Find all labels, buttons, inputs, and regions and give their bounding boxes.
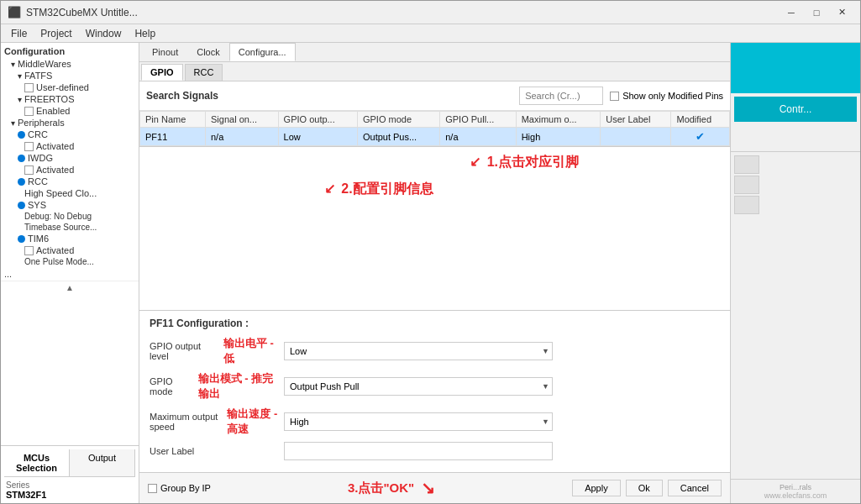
middlewares-label: MiddleWares xyxy=(18,59,71,69)
sys-label: SYS xyxy=(28,200,46,210)
enabled-checkbox[interactable] xyxy=(24,107,34,116)
search-signals-label: Search Signals xyxy=(146,90,218,102)
config-label-output-level: GPIO output level 输出电平 - 低 xyxy=(150,336,284,366)
far-right-middle xyxy=(731,152,860,479)
apply-button[interactable]: Apply xyxy=(572,480,621,496)
enabled-item[interactable]: Enabled xyxy=(1,105,139,117)
far-right-panel: Contr... Peri...rals www.elecfans.com xyxy=(730,43,860,503)
th-gpio-pull: GPIO Pull... xyxy=(440,112,516,128)
sys-item: SYS xyxy=(1,199,139,211)
maximize-button[interactable]: □ xyxy=(805,4,828,21)
tab-mcus-selection[interactable]: MCUs Selection xyxy=(4,449,70,476)
gpio-mode-select[interactable]: Output Push Pull Output Open Drain xyxy=(284,377,553,396)
tab-configura[interactable]: Configura... xyxy=(229,43,296,61)
th-max-o: Maximum o... xyxy=(516,112,601,128)
cell-output: Low xyxy=(278,128,357,146)
table-area: Pin Name Signal on... GPIO outp... GPIO … xyxy=(139,111,730,147)
config-row-output-level: GPIO output level 输出电平 - 低 Low High ▼ xyxy=(150,336,720,366)
output-level-select[interactable]: Low High xyxy=(284,342,553,360)
ok-button[interactable]: Ok xyxy=(626,480,663,496)
crc-activated-item[interactable]: Activated xyxy=(1,140,139,152)
config-label-user-label: User Label xyxy=(150,446,284,456)
annotation-area: ↙ 1.点击对应引脚 ↙ 2.配置引脚信息 xyxy=(139,147,730,310)
right-small-btn-1[interactable] xyxy=(734,155,759,174)
cn-label-gpio-mode: 输出模式 - 推完输出 xyxy=(198,371,284,402)
iwdg-item: IWDG xyxy=(1,152,139,164)
config-panel: PF11 Configuration : GPIO output level 输… xyxy=(139,310,730,472)
tim6-activated-checkbox[interactable] xyxy=(24,246,34,255)
configuration-section: Configuration xyxy=(1,43,139,58)
tab-pinout[interactable]: Pinout xyxy=(143,43,187,61)
config-label-gpio-mode: GPIO mode 输出模式 - 推完输出 xyxy=(150,371,284,402)
max-speed-select[interactable]: Low Medium High xyxy=(284,412,553,431)
cell-label xyxy=(601,128,671,146)
rcc-circle xyxy=(18,178,25,186)
tab-clock[interactable]: Clock xyxy=(187,43,229,61)
config-label-max-speed: Maximum output speed 输出速度 - 高速 xyxy=(150,407,284,437)
user-defined-checkbox[interactable] xyxy=(24,83,34,92)
enabled-label: Enabled xyxy=(36,106,70,116)
user-label-input[interactable] xyxy=(284,442,553,460)
menu-help[interactable]: Help xyxy=(128,26,162,41)
show-modified: Show only Modified Pins xyxy=(610,91,723,101)
sys-circle xyxy=(18,202,25,209)
tim6-circle xyxy=(18,235,25,243)
group-by-ip-checkbox[interactable] xyxy=(148,484,157,493)
tim6-activated-item[interactable]: Activated xyxy=(1,244,139,256)
close-button[interactable]: ✕ xyxy=(830,4,853,21)
freertos-label: FREERTOS xyxy=(24,94,75,104)
cancel-button[interactable]: Cancel xyxy=(668,480,722,496)
search-input[interactable] xyxy=(519,87,603,105)
configuration-label: Configuration xyxy=(4,46,65,56)
tim6-pulse-item: One Pulse Mode... xyxy=(1,256,139,267)
main-window: ⬛ STM32CubeMX Untitle... ─ □ ✕ File Proj… xyxy=(0,0,861,504)
peripherals-label: Peripherals xyxy=(18,118,65,128)
show-modified-label: Show only Modified Pins xyxy=(622,91,723,101)
iwdg-activated-checkbox[interactable] xyxy=(24,165,34,175)
tab-output[interactable]: Output xyxy=(70,449,135,476)
series-label: Series xyxy=(6,480,134,490)
gpio-mode-select-wrapper: Output Push Pull Output Open Drain ▼ xyxy=(284,377,553,396)
ctrl-button[interactable]: Contr... xyxy=(734,97,857,122)
scroll-arrow[interactable]: ▲ xyxy=(1,281,139,294)
menu-window[interactable]: Window xyxy=(79,26,129,41)
user-defined-item[interactable]: User-defined xyxy=(1,81,139,93)
bottom-left: Group By IP xyxy=(148,483,211,493)
tab-rcc[interactable]: RCC xyxy=(185,64,223,81)
right-small-btn-2[interactable] xyxy=(734,176,759,194)
label-max-speed: Maximum output speed xyxy=(150,412,222,432)
cell-pull: n/a xyxy=(440,128,516,146)
label-output-level: GPIO output level xyxy=(150,341,218,361)
table-row[interactable]: PF11 n/a Low Output Pus... n/a High ✔ xyxy=(140,128,730,146)
user-defined-label: User-defined xyxy=(36,82,89,92)
iwdg-activated-item[interactable]: Activated xyxy=(1,164,139,176)
menu-project[interactable]: Project xyxy=(34,26,78,41)
cell-pin: PF11 xyxy=(140,128,206,146)
minimize-button[interactable]: ─ xyxy=(780,4,803,21)
crc-activated-checkbox[interactable] xyxy=(24,142,34,151)
crc-circle xyxy=(18,131,25,139)
output-level-select-wrapper: Low High ▼ xyxy=(284,342,553,360)
th-signal-on: Signal on... xyxy=(206,112,279,128)
label-user-label: User Label xyxy=(150,446,194,456)
crc-activated-label: Activated xyxy=(36,141,74,151)
show-modified-checkbox[interactable] xyxy=(610,92,619,101)
tim6-activated-label: Activated xyxy=(36,245,74,255)
rcc-item: RCC xyxy=(1,176,139,187)
group-by-ip-label: Group By IP xyxy=(160,483,211,493)
config-title: PF11 Configuration : xyxy=(150,318,720,329)
sys-debug-item: Debug: No Debug xyxy=(1,211,139,222)
menu-bar: File Project Window Help xyxy=(1,24,860,43)
watermark: www.elecfans.com xyxy=(734,491,857,500)
iwdg-label: IWDG xyxy=(28,153,53,163)
menu-file[interactable]: File xyxy=(4,26,34,41)
tab-gpio[interactable]: GPIO xyxy=(141,64,183,81)
sidebar-bottom: MCUs Selection Output Series STM32F1 xyxy=(1,445,139,503)
cell-max: High xyxy=(516,128,601,146)
th-modified: Modified xyxy=(671,112,730,128)
sidebar-tabs: MCUs Selection Output xyxy=(4,449,135,477)
series-value: STM32F1 xyxy=(6,490,134,500)
tim6-label: TIM6 xyxy=(28,234,49,244)
series-section: Series STM32F1 xyxy=(4,477,135,500)
right-small-btn-3[interactable] xyxy=(734,196,759,214)
